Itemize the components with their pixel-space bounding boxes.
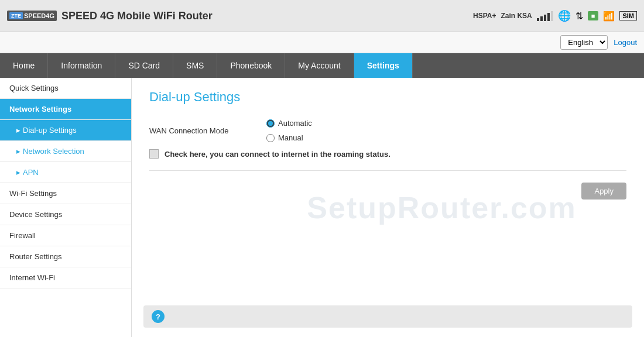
radio-automatic-label: Automatic (278, 119, 312, 128)
nav-myaccount[interactable]: My Account (285, 53, 354, 78)
apply-button[interactable]: Apply (581, 183, 626, 200)
logo-box: ZTE SPEED4G (7, 11, 57, 21)
sidebar: Quick Settings Network Settings ▸Dial-up… (0, 78, 132, 337)
app-header: ZTE SPEED4G SPEED 4G Mobile WiFi Router … (0, 0, 644, 32)
logo-area: ZTE SPEED4G SPEED 4G Mobile WiFi Router (7, 10, 213, 22)
wan-label: WAN Connection Mode (149, 126, 266, 135)
nav-sdcard[interactable]: SD Card (115, 53, 173, 78)
radio-automatic-option[interactable]: Automatic (266, 119, 312, 128)
roaming-checkbox-row: Check here, you can connect to internet … (149, 149, 626, 159)
wan-form-section: WAN Connection Mode Automatic Manual Che… (149, 119, 626, 171)
wan-radio-group: Automatic Manual (266, 119, 312, 142)
apply-row: Apply (149, 183, 626, 200)
radio-manual-option[interactable]: Manual (266, 133, 312, 142)
wifi-icon: 📶 (603, 11, 615, 22)
transfer-icon: ⇅ (576, 11, 583, 22)
sidebar-item-internet-wifi[interactable]: Internet Wi-Fi (0, 267, 131, 288)
sidebar-item-firewall[interactable]: Firewall (0, 225, 131, 246)
signal-icon (537, 11, 553, 21)
sidebar-item-apn[interactable]: ▸APN (0, 162, 131, 183)
radio-automatic-input[interactable] (266, 119, 275, 128)
sidebar-item-device-settings[interactable]: Device Settings (0, 204, 131, 225)
main-nav: Home Information SD Card SMS Phonebook M… (0, 53, 644, 78)
arrow-icon: ▸ (16, 168, 20, 177)
battery-icon: ■ (588, 11, 599, 20)
nav-sms[interactable]: SMS (173, 53, 217, 78)
carrier-name: Zain KSA (501, 12, 532, 20)
sim-icon: SIM (619, 11, 637, 20)
nav-phonebook[interactable]: Phonebook (217, 53, 285, 78)
sidebar-item-dialup-settings[interactable]: ▸Dial-up Settings (0, 120, 131, 141)
main-layout: Quick Settings Network Settings ▸Dial-up… (0, 78, 644, 337)
lang-bar: English Arabic French Logout (0, 32, 644, 53)
roaming-label: Check here, you can connect to internet … (165, 150, 390, 159)
globe-icon: 🌐 (558, 9, 571, 22)
radio-manual-label: Manual (278, 133, 303, 142)
speed4g-label: SPEED4G (24, 12, 54, 19)
arrow-icon: ▸ (16, 126, 20, 135)
sidebar-item-network-selection[interactable]: ▸Network Selection (0, 141, 131, 162)
content-area: SetupRouter.com Dial-up Settings WAN Con… (132, 78, 644, 337)
sidebar-item-router-settings[interactable]: Router Settings (0, 246, 131, 267)
arrow-icon: ▸ (16, 147, 20, 156)
sidebar-item-network-settings[interactable]: Network Settings (0, 99, 131, 120)
page-title: Dial-up Settings (149, 90, 626, 105)
roaming-checkbox[interactable] (149, 149, 159, 159)
radio-manual-input[interactable] (266, 134, 275, 142)
sidebar-item-wifi-settings[interactable]: Wi-Fi Settings (0, 183, 131, 204)
zte-label: ZTE (9, 12, 23, 19)
wan-connection-row: WAN Connection Mode Automatic Manual (149, 119, 626, 142)
language-select[interactable]: English Arabic French (560, 35, 608, 50)
help-icon[interactable]: ? (152, 310, 165, 323)
nav-home[interactable]: Home (0, 53, 48, 78)
help-bar: ? (143, 305, 632, 328)
logout-link[interactable]: Logout (614, 38, 637, 47)
status-icons: HSPA+ Zain KSA 🌐 ⇅ ■ 📶 SIM (473, 9, 637, 22)
sidebar-item-quick-settings[interactable]: Quick Settings (0, 78, 131, 99)
app-title: SPEED 4G Mobile WiFi Router (61, 10, 213, 22)
nav-information[interactable]: Information (48, 53, 115, 78)
network-type: HSPA+ (473, 12, 496, 20)
nav-settings[interactable]: Settings (354, 53, 413, 78)
